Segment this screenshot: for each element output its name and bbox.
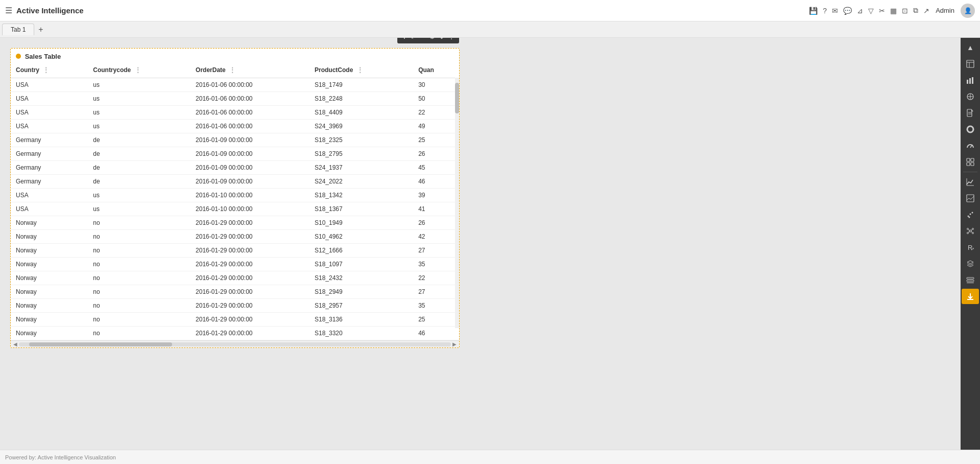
table-row: Germanyde2016-01-09 00:00:00S18_232525 [11,133,459,147]
status-dot [16,54,21,59]
tools-icon[interactable]: ⚙ [428,38,437,41]
svg-point-29 [972,233,974,234]
col-quantity: Quan [413,62,459,78]
cell-productcode: S18_2795 [309,147,413,161]
chat-icon[interactable]: 💬 [843,7,852,15]
cell-quantity: 50 [413,92,459,106]
mail-icon[interactable]: ✉ [832,7,838,15]
cell-quantity: 46 [413,327,459,340]
horizontal-scroll-area: ◀ ▶ [11,340,459,347]
cell-quantity: 42 [413,230,459,244]
svg-rect-15 [971,158,974,161]
sidebar-crosstab-icon[interactable] [962,154,979,170]
table-row: Germanyde2016-01-09 00:00:00S24_202246 [11,175,459,189]
sidebar-gauge-icon[interactable] [962,138,979,153]
interact-icon[interactable]: ⤢ [410,38,418,41]
svg-point-22 [970,214,971,215]
sidebar-area-chart-icon[interactable] [962,191,979,206]
cell-productcode: S10_4962 [309,230,413,244]
cell-quantity: 25 [413,133,459,147]
sidebar-layers-icon[interactable] [962,256,979,271]
edit-icon[interactable]: ✏ [419,38,427,41]
cell-countrycode: no [88,271,190,285]
table-widget: ✛ ⤢ ✏ ⚙ ⬇ ⋮ Sales Table Country [10,48,460,348]
table-body: USAus2016-01-06 00:00:00S18_174930USAus2… [11,78,459,340]
sidebar-cross-chart-icon[interactable] [962,89,979,104]
cell-countrycode: de [88,175,190,189]
cell-country: Norway [11,299,88,313]
widget-title: Sales Table [11,49,459,62]
sidebar-scroll-up[interactable]: ▲ [962,40,979,55]
tab-1[interactable]: Tab 1 [2,24,34,35]
avatar[interactable]: 👤 [961,4,975,18]
col-quantity-label: Quan [418,66,434,74]
cell-productcode: S18_1749 [309,78,413,92]
svg-rect-16 [967,163,970,166]
tab-bar: Tab 1 + [0,21,980,38]
svg-line-30 [969,229,970,230]
cell-countrycode: no [88,244,190,258]
vertical-scroll-thumb[interactable] [455,83,459,113]
share-icon[interactable]: ⧉ [913,6,918,15]
help-icon[interactable]: ? [823,7,827,15]
cell-quantity: 22 [413,271,459,285]
sidebar-download-bottom-icon[interactable] [962,289,979,304]
scroll-left-arrow[interactable]: ◀ [12,341,19,347]
col-country-menu[interactable]: ⋮ [43,66,49,74]
cell-country: Norway [11,230,88,244]
table-row: USAus2016-01-06 00:00:00S18_174930 [11,78,459,92]
cell-countrycode: no [88,327,190,340]
cell-productcode: S18_2949 [309,285,413,299]
sidebar-table-icon[interactable] [962,56,979,72]
menu-icon[interactable]: ☰ [5,6,12,15]
cell-quantity: 35 [413,299,459,313]
sidebar-molecule-icon[interactable] [962,223,979,239]
cell-countrycode: no [88,216,190,230]
col-productcode-menu[interactable]: ⋮ [357,66,363,74]
download-icon[interactable]: ⬇ [438,38,446,41]
scroll-right-arrow[interactable]: ▶ [451,341,458,347]
sidebar-scatter-icon[interactable] [962,207,979,222]
filter-icon[interactable]: ⊿ [857,7,863,15]
more-icon[interactable]: ⋮ [447,38,456,41]
cell-orderdate: 2016-01-09 00:00:00 [190,161,309,175]
sidebar-document-icon[interactable] [962,105,979,121]
image-icon[interactable]: ⊡ [902,7,908,15]
vertical-scrollbar[interactable] [455,78,459,328]
grid-icon[interactable]: ▦ [890,7,897,15]
sidebar-r-icon[interactable]: R ↗ [962,240,979,255]
admin-label: Admin [936,7,954,14]
cell-country: USA [11,92,88,106]
svg-rect-36 [967,277,974,279]
cell-countrycode: no [88,230,190,244]
sidebar-donut-icon[interactable] [962,122,979,137]
funnel-icon[interactable]: ▽ [868,7,874,15]
horizontal-scroll-thumb[interactable] [29,342,172,346]
cell-productcode: S10_1949 [309,216,413,230]
cell-countrycode: no [88,258,190,271]
cell-countrycode: us [88,189,190,202]
cell-countrycode: de [88,133,190,147]
sidebar-stack-icon[interactable] [962,272,979,288]
move-icon[interactable]: ✛ [400,38,409,41]
cell-country: Germany [11,147,88,161]
cell-orderdate: 2016-01-06 00:00:00 [190,92,309,106]
svg-line-31 [971,229,972,230]
sidebar-line-chart-icon[interactable] [962,174,979,190]
cell-orderdate: 2016-01-29 00:00:00 [190,271,309,285]
scissors-icon[interactable]: ✂ [879,7,885,15]
cell-orderdate: 2016-01-06 00:00:00 [190,106,309,120]
sidebar-divider-1 [963,172,977,172]
save-icon[interactable]: 💾 [809,7,818,15]
sidebar-bar-chart-icon[interactable] [962,73,979,88]
svg-rect-37 [967,280,974,282]
horizontal-scroll-track[interactable] [19,342,451,346]
add-tab-button[interactable]: + [35,25,46,34]
cell-country: Norway [11,258,88,271]
svg-point-28 [967,233,969,234]
col-orderdate-menu[interactable]: ⋮ [229,66,235,74]
svg-rect-3 [967,80,968,84]
col-countrycode-menu[interactable]: ⋮ [135,66,141,74]
export-icon[interactable]: ↗ [923,7,929,15]
cell-countrycode: no [88,285,190,299]
